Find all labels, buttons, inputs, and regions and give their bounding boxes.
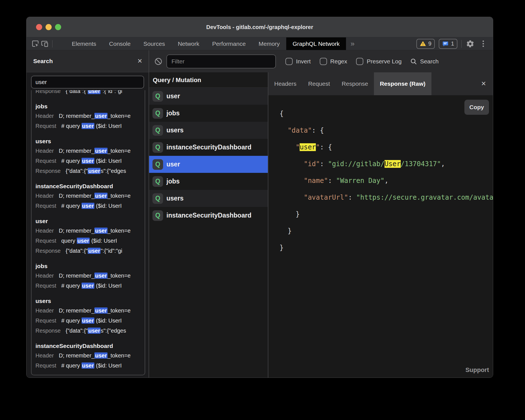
support-link[interactable]: Support <box>466 366 489 374</box>
json-token: " <box>296 143 300 151</box>
result-line-label: Header <box>35 148 54 154</box>
tab-console[interactable]: Console <box>103 37 137 50</box>
json-token: : { <box>312 127 324 134</box>
result-line-value: D; remember_user_token=e <box>59 273 131 279</box>
query-list-item[interactable]: Qjobs <box>149 105 268 122</box>
result-group-title[interactable]: jobs <box>35 261 145 271</box>
result-line-label: Request <box>35 158 56 164</box>
result-group-title[interactable]: instanceSecurityDashboard <box>35 182 145 191</box>
messages-badge[interactable]: 1 <box>439 39 457 49</box>
more-options-icon[interactable] <box>479 40 487 48</box>
search-panel-title: Search <box>33 58 53 65</box>
query-list-item[interactable]: Quser <box>149 156 268 173</box>
tab-network[interactable]: Network <box>171 37 206 50</box>
tab-memory[interactable]: Memory <box>252 37 286 50</box>
detail-tab-response-raw[interactable]: Response (Raw) <box>374 72 431 95</box>
search-panel-header: Search ✕ <box>27 50 149 72</box>
checkbox-preserve-log[interactable]: Preserve Log <box>356 58 402 65</box>
result-line[interactable]: Requestquery user ($id: UserI <box>35 236 145 246</box>
match-highlight: user <box>88 168 101 174</box>
query-list-header: Query / Mutation <box>149 72 268 88</box>
result-line[interactable]: HeaderD; remember_user_token=e <box>35 146 145 156</box>
result-line[interactable]: HeaderD; remember_user_token=e <box>35 226 145 236</box>
detail-tab-bar: HeadersRequestResponseResponse (Raw) ✕ <box>268 72 493 95</box>
query-list-item[interactable]: Qusers <box>149 122 268 139</box>
result-group-title[interactable]: instanceSecurityDashboard <box>35 341 145 350</box>
result-line[interactable]: Response{"data":{"user":{"id":"gi <box>35 246 145 256</box>
devtools-window: DevTools - gitlab.com/-/graphql-explorer… <box>26 17 493 378</box>
search-toggle[interactable]: Search <box>410 58 439 65</box>
detail-tab-request[interactable]: Request <box>302 72 336 95</box>
json-token: , <box>385 177 388 185</box>
close-search-icon[interactable]: ✕ <box>137 58 142 65</box>
more-tabs-icon[interactable]: » <box>350 39 354 48</box>
result-line-value: # query user ($id: UserI <box>61 283 122 289</box>
match-highlight: user <box>82 283 94 289</box>
query-label: users <box>166 127 183 134</box>
copy-button[interactable]: Copy <box>464 100 489 115</box>
clear-icon[interactable] <box>154 57 163 66</box>
result-line[interactable]: Request# query user ($id: UserI <box>35 316 145 326</box>
checkbox-regex[interactable]: Regex <box>320 58 347 65</box>
result-line[interactable]: Request# query user ($id: UserI <box>35 121 145 131</box>
result-line[interactable]: Request# query user ($id: UserI <box>35 156 145 166</box>
query-label: users <box>166 195 183 202</box>
result-text: D; remember_ <box>59 113 95 119</box>
inspect-element-icon[interactable] <box>30 39 40 49</box>
query-icon: Q <box>152 193 163 204</box>
tab-graphql-network[interactable]: GraphQL Network <box>286 37 346 50</box>
warnings-badge[interactable]: 9 <box>416 39 435 49</box>
checkbox-box[interactable] <box>285 58 293 65</box>
result-group-title[interactable]: jobs <box>35 102 145 111</box>
detail-tab-headers[interactable]: Headers <box>268 72 302 95</box>
tab-sources[interactable]: Sources <box>137 37 171 50</box>
json-token: "data" <box>288 127 312 134</box>
result-line[interactable]: Response{"data":{"user":{"id":"gi <box>35 90 145 96</box>
result-line[interactable]: HeaderD; remember_user_token=e <box>35 111 145 121</box>
query-label: user <box>166 161 180 168</box>
result-line[interactable]: HeaderD; remember_user_token=e <box>35 191 145 201</box>
json-line: "data": { <box>280 122 493 139</box>
query-icon: Q <box>152 210 163 221</box>
filter-input[interactable] <box>166 54 276 68</box>
device-toolbar-icon[interactable] <box>40 39 49 49</box>
result-text: {"data":{" <box>66 248 88 254</box>
main-area: Response{"data":{"user":{"id":"gijobsHea… <box>27 72 493 378</box>
checkbox-box[interactable] <box>320 58 327 65</box>
toolbar-divider <box>52 40 52 47</box>
match-highlight: user <box>94 352 107 359</box>
result-line[interactable]: Response{"data":{"users":{"edges <box>35 166 145 176</box>
checkbox-box[interactable] <box>356 58 363 65</box>
result-line[interactable]: Request# query user ($id: UserI <box>35 281 145 291</box>
settings-gear-icon[interactable] <box>466 39 475 49</box>
result-group-title[interactable]: user <box>35 216 145 226</box>
query-list-item[interactable]: QinstanceSecurityDashboard <box>149 139 268 156</box>
filter-bar: InvertRegexPreserve Log Search <box>149 50 493 72</box>
detail-tab-response[interactable]: Response <box>336 72 374 95</box>
result-text: ($id: UserI <box>94 158 122 164</box>
query-list-item[interactable]: Qusers <box>149 190 268 207</box>
query-list-item[interactable]: QinstanceSecurityDashboard <box>149 207 268 224</box>
checkbox-invert[interactable]: Invert <box>285 58 311 65</box>
result-group-title[interactable]: users <box>35 137 145 146</box>
json-token: : <box>348 194 356 201</box>
query-list-item[interactable]: Qjobs <box>149 173 268 190</box>
result-line[interactable]: HeaderD; remember_user_token=e <box>35 271 145 281</box>
tab-performance[interactable]: Performance <box>206 37 252 50</box>
tab-elements[interactable]: Elements <box>65 37 103 50</box>
result-group-title[interactable]: users <box>35 296 145 306</box>
result-line[interactable]: Request# query user ($id: UserI <box>35 361 145 371</box>
result-line[interactable]: HeaderD; remember_user_token=e <box>35 350 145 361</box>
result-line[interactable]: Response{"data":{"users":{"edges <box>35 326 145 336</box>
close-detail-icon[interactable]: ✕ <box>481 80 486 87</box>
json-line: } <box>280 239 493 256</box>
query-list-item[interactable]: Quser <box>149 88 268 105</box>
search-input[interactable] <box>31 76 144 89</box>
json-line: "user": { <box>280 139 493 156</box>
json-token: "id" <box>304 160 320 168</box>
result-text: # query <box>61 362 82 369</box>
result-line[interactable]: HeaderD; remember_user_token=e <box>35 306 145 316</box>
result-text: ($id: UserI <box>94 203 122 209</box>
checkbox-label: Invert <box>296 58 311 65</box>
result-line[interactable]: Request# query user ($id: UserI <box>35 201 145 211</box>
